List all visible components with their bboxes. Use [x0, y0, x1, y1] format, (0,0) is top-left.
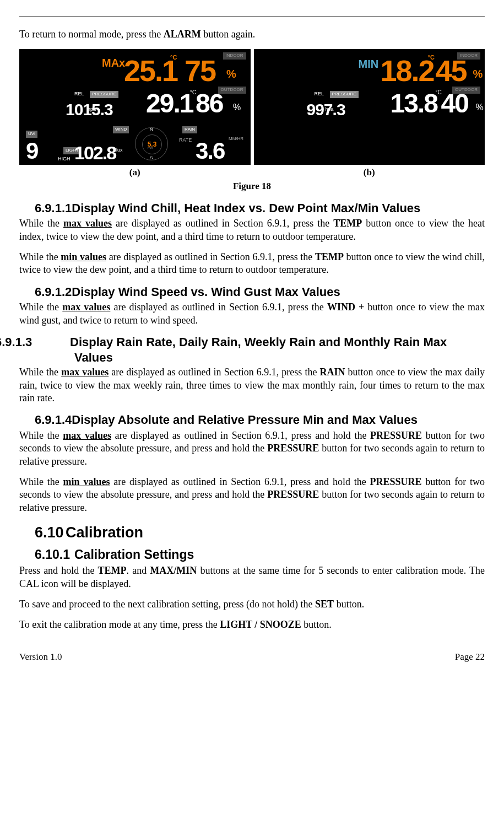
degc-b: °C	[428, 53, 435, 61]
out-pct-a: %	[233, 102, 241, 114]
heading-num: 6.9.1.4	[35, 412, 72, 428]
rel-label-a: REL	[74, 91, 84, 98]
t: SET	[315, 599, 334, 610]
high-label-a: HIGH	[58, 156, 71, 163]
indoor-temp-b: 18.2	[381, 51, 434, 90]
pressure-b: 997.3	[307, 99, 345, 120]
out-pct-b: %	[476, 102, 484, 114]
figure-row: MAx 25.1 °C 75 % INDOOR OUTDOOR REL PRES…	[19, 49, 485, 179]
t: PRESSURE	[267, 443, 319, 454]
p-6-10-1-c: To exit the calibration mode at any time…	[19, 618, 485, 631]
indoor-tag-a: INDOOR	[223, 52, 246, 59]
t: max values	[61, 367, 109, 378]
heading-title: Display Wind Speed vs. Wind Gust Max Val…	[72, 285, 340, 299]
heading-num: 6.9.1.2	[35, 284, 72, 300]
heading-title: Calibration Settings	[74, 547, 194, 562]
t: PRESSURE	[370, 430, 422, 441]
t: are displayed as outlined in Section 6.9…	[106, 251, 315, 262]
rain-a: 3.6	[196, 136, 224, 166]
t: are displayed as outlined in Section 6.9…	[111, 430, 370, 441]
heading-num: 6.9.1.3	[35, 335, 70, 350]
out-temp-a: 29.1	[146, 87, 193, 121]
rain-label-a: RAIN	[182, 126, 197, 133]
t: WIND +	[327, 301, 364, 313]
t: PRESSURE	[370, 476, 422, 487]
t: TEMP	[333, 218, 362, 229]
compass-s: S	[150, 155, 153, 161]
t: max values	[63, 430, 111, 441]
heading-title: Display Wind Chill, Heat Index vs. Dew P…	[72, 201, 420, 215]
t: max values	[63, 218, 112, 229]
t: Press and hold the	[19, 565, 98, 576]
heading-6-10-1: 6.10.1Calibration Settings	[19, 547, 485, 563]
display-a: MAx 25.1 °C 75 % INDOOR OUTDOOR REL PRES…	[19, 49, 251, 165]
wind-label-a: WIND	[113, 126, 129, 133]
caption-b: (b)	[364, 166, 375, 179]
compass-n: N	[150, 127, 153, 132]
t: are displayed as outlined in Section 6.9…	[109, 367, 319, 378]
heading-6-10: 6.10Calibration	[19, 523, 485, 542]
heading-num: 6.10.1	[35, 547, 74, 563]
t: While the	[19, 301, 62, 313]
uvi-a: 9	[26, 136, 37, 166]
version-text: Version 1.0	[19, 651, 62, 663]
pct-b: %	[473, 67, 483, 81]
pressure-label-b: PRESSURE	[330, 91, 359, 98]
t: LIGHT / SNOOZE	[220, 619, 301, 630]
t: While the	[19, 218, 63, 229]
out-hum-b: 40	[441, 87, 468, 121]
t: button.	[334, 599, 364, 610]
max-label: MAx	[102, 56, 125, 70]
heading-6-9-1-3: 6.9.1.3Display Rain Rate, Daily Rain, We…	[19, 335, 485, 365]
rate-label-a: RATE	[179, 137, 192, 144]
pressure-a: 1015.3	[66, 99, 113, 120]
t: . and	[127, 565, 150, 576]
figure-caption: Figure 18	[19, 180, 485, 192]
min-label: MIN	[359, 57, 379, 71]
intro-button: ALARM	[164, 29, 201, 40]
figure-b: MIN 18.2 °C 45 % INDOOR OUTDOOR REL PRES…	[254, 49, 485, 179]
compass-unit: m/s	[148, 146, 153, 150]
rel-label-b: REL	[315, 91, 324, 98]
t: PRESSURE	[267, 489, 319, 500]
t: To exit the calibration mode at any time…	[19, 619, 220, 630]
heading-6-9-1-4: 6.9.1.4Display Absolute and Relative Pre…	[19, 412, 485, 428]
compass-speed: 5.3	[142, 134, 162, 154]
top-rule	[19, 17, 485, 17]
indoor-tag-b: INDOOR	[457, 52, 480, 59]
heading-num: 6.9.1.1	[35, 201, 72, 217]
t: RAIN	[319, 367, 345, 378]
t: While the	[19, 430, 63, 441]
heading-6-9-1-1: 6.9.1.1Display Wind Chill, Heat Index vs…	[19, 201, 485, 217]
p-6-9-1-1-a: While the max values are displayed as ou…	[19, 217, 485, 243]
t: are displayed as outlined in Section 6.9…	[112, 218, 333, 229]
out-temp-b: 13.8	[391, 87, 437, 121]
p-6-10-1-a: Press and hold the TEMP. and MAX/MIN but…	[19, 564, 485, 590]
heading-title: Display Rain Rate, Daily Rain, Weekly Ra…	[70, 335, 447, 364]
pressure-label-a: PRESSURE	[90, 91, 118, 98]
indoor-temp-a: 25.1	[124, 51, 177, 90]
mmhr-label-a: MM/HR	[229, 136, 243, 142]
out-hum-a: 86	[196, 87, 223, 121]
display-b: MIN 18.2 °C 45 % INDOOR OUTDOOR REL PRES…	[254, 49, 485, 165]
t: While the	[19, 367, 61, 378]
intro-paragraph: To return to normal mode, press the ALAR…	[19, 28, 485, 41]
heading-title: Calibration	[66, 524, 143, 541]
p-6-9-1-2: While the max values are displayed as ou…	[19, 301, 485, 327]
intro-prefix: To return to normal mode, press the	[19, 29, 164, 40]
indoor-hum-a: 75	[185, 51, 215, 90]
page-footer: Version 1.0 Page 22	[19, 651, 485, 663]
t: are displayed as outlined in Section 6.9…	[110, 476, 370, 487]
p-6-10-1-b: To save and proceed to the next calibrat…	[19, 598, 485, 611]
t: min values	[63, 476, 110, 487]
t: TEMP	[315, 251, 344, 262]
compass-icon: N S 5.3 m/s	[135, 127, 168, 160]
heading-num: 6.10	[35, 523, 66, 542]
t: While the	[19, 251, 61, 262]
t: To save and proceed to the next calibrat…	[19, 599, 315, 610]
p-6-9-1-4-b: While the min values are displayed as ou…	[19, 476, 485, 514]
pct-a: %	[226, 67, 236, 81]
t: max values	[62, 301, 110, 313]
page-number: Page 22	[455, 651, 485, 663]
heading-6-9-1-2: 6.9.1.2Display Wind Speed vs. Wind Gust …	[19, 284, 485, 300]
